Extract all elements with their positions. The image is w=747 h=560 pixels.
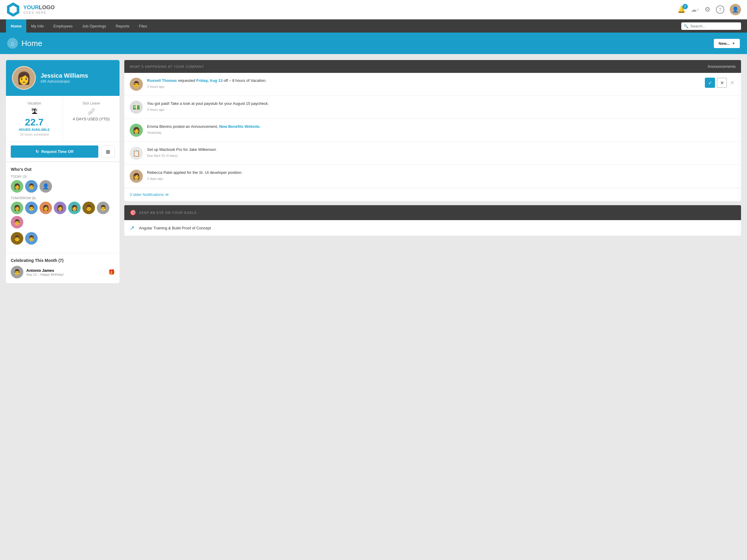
search-input[interactable] xyxy=(681,22,741,30)
goal-item-1: ↗ Angular Training & Build Proof of Conc… xyxy=(124,220,741,236)
logo-text: YOURLOGO GOES HERE xyxy=(23,4,55,15)
celebrating-section: Celebrating This Month (7) 👨 Antonio Jam… xyxy=(6,253,120,283)
home-icon: ⌂ xyxy=(7,38,18,49)
nav-reports[interactable]: Reports xyxy=(111,20,134,32)
help-icon: ? xyxy=(716,5,724,14)
page-title-area: ⌂ Home xyxy=(7,38,42,49)
tomorrow-avatar-10[interactable]: 👨 xyxy=(25,232,37,245)
logo-logo: LOGO xyxy=(39,4,55,10)
tomorrow-avatar-8[interactable]: 👨 xyxy=(11,216,23,229)
celebrate-left: 👨 Antonio James Sep 12 – Happy Birthday! xyxy=(11,266,63,278)
announcements-link[interactable]: Announcements xyxy=(707,64,736,69)
search-wrap: 🔍 xyxy=(681,22,741,30)
nav-my-info[interactable]: My Info xyxy=(26,20,49,32)
celebrating-title: Celebrating This Month (7) xyxy=(11,258,115,263)
tomorrow-avatar-3[interactable]: 👩 xyxy=(40,202,52,214)
logo-hex-inner xyxy=(9,5,17,14)
deny-x-icon: ✕ xyxy=(720,80,724,86)
celebrate-gift-icon: 🎁 xyxy=(108,269,115,275)
tomorrow-avatar-1[interactable]: 👩 xyxy=(11,202,23,214)
profile-role: HR Administrator xyxy=(41,79,88,84)
nav-employees[interactable]: Employees xyxy=(49,20,77,32)
vacation-label: Vacation xyxy=(11,101,57,105)
profile-avatar: 👩 xyxy=(12,66,36,90)
notif-avatar-4: 📋 xyxy=(130,146,143,160)
notif-content-3: Emma Blevins posted an Announcement, New… xyxy=(147,124,736,134)
settings-button[interactable]: ⚙ xyxy=(704,6,711,14)
notif-actions-1: ✓ ✕ ✕ xyxy=(705,78,736,88)
goal-arrow-icon: ↗ xyxy=(130,224,135,232)
notif-content-4: Set up Macbook Pro for Jake Wilkenson Du… xyxy=(147,146,736,157)
cloud-button[interactable]: ☁ + xyxy=(691,6,699,13)
whos-out-title: Who's Out xyxy=(11,167,115,172)
tomorrow-avatar-9[interactable]: 👨 xyxy=(11,232,23,245)
request-time-off-button[interactable]: ↻ Request Time Off xyxy=(11,145,98,158)
notif-text-3: Emma Blevins posted an Announcement, New… xyxy=(147,124,736,130)
cloud-icon: ☁ xyxy=(691,6,697,13)
notif-text-2: You got paid! Take a look at yout paystu… xyxy=(147,101,736,107)
nav-job-openings[interactable]: Job Openings xyxy=(77,20,111,32)
notification-item-4: 📋 Set up Macbook Pro for Jake Wilkenson … xyxy=(124,142,741,165)
vacation-icon: 🏝 xyxy=(11,108,57,115)
vacation-col: Vacation 🏝 22.7 HOURS AVAILABLE 16 hours… xyxy=(6,96,63,141)
approve-button-1[interactable]: ✓ xyxy=(705,78,715,88)
celebrate-item: 👨 Antonio James Sep 12 – Happy Birthday!… xyxy=(11,266,115,278)
notif-name-link-1[interactable]: Russell Thomas xyxy=(147,78,177,83)
vacation-scheduled: 16 hours scheduled xyxy=(11,133,57,136)
tomorrow-avatars-row2: 👨 👨 xyxy=(11,232,115,245)
goals-icon: 🎯 xyxy=(130,209,136,216)
new-button[interactable]: New... xyxy=(714,39,740,48)
tomorrow-label: TOMORROW (8) xyxy=(11,196,115,200)
notif-avatar-2: 💵 xyxy=(130,101,143,114)
user-avatar-top[interactable]: 👤 xyxy=(730,4,741,15)
sick-leave-col: Sick Leave 🩹 4 DAYS USED (YTD) xyxy=(63,96,120,141)
profile-avatar-icon: 👩 xyxy=(17,71,31,85)
notif-avatar-3: 👩 xyxy=(130,124,143,137)
notifications-button[interactable]: 🔔 7 xyxy=(677,6,686,14)
goals-header: 🎯 KEEP AN EYE ON YOUR GOALS xyxy=(124,205,741,220)
notif-text-1: Russell Thomas requested Friday, Aug 13 … xyxy=(147,78,701,84)
close-button-1[interactable]: ✕ xyxy=(729,78,736,87)
sick-leave-days: 4 DAYS USED (YTD) xyxy=(69,117,114,121)
notif-avatar-1: 👨 xyxy=(130,78,143,91)
notif-text-4: Set up Macbook Pro for Jake Wilkenson xyxy=(147,146,736,153)
notif-time-3: Yesterday xyxy=(147,131,736,134)
today-avatar-3[interactable]: 👤 xyxy=(40,180,52,193)
celebrate-date: Sep 12 – Happy Birthday! xyxy=(26,273,63,276)
left-bottom-card: Who's Out TODAY (3) 👩 👨 👤 TOMORROW (8) 👩… xyxy=(6,162,120,283)
tomorrow-avatars: 👩 👨 👩 👩 👩 👨 👨 👨 xyxy=(11,202,115,229)
older-notifications-link[interactable]: 3 older Notifications ≫ xyxy=(124,188,741,201)
tomorrow-avatar-5[interactable]: 👩 xyxy=(68,202,81,214)
notifications-header-title: WHAT'S HAPPENING AT YOUR COMPANY xyxy=(130,65,204,69)
cloud-plus-icon: + xyxy=(697,7,699,12)
celebrate-avatar[interactable]: 👨 xyxy=(11,266,23,278)
celebrate-name: Antonio James xyxy=(26,268,63,273)
notif-time-2: 3 hours ago xyxy=(147,108,736,111)
help-button[interactable]: ? xyxy=(716,5,724,14)
logo-tagline: GOES HERE xyxy=(23,11,55,15)
notif-content-5: Rebecca Patel applied for the Sr. UI dev… xyxy=(147,170,736,180)
tomorrow-avatar-4[interactable]: 👩 xyxy=(54,202,66,214)
notification-item-3: 👩 Emma Blevins posted an Announcement, N… xyxy=(124,119,741,142)
today-avatar-1[interactable]: 👩 xyxy=(11,180,23,193)
notification-item-5: 👩 Rebecca Patel applied for the Sr. UI d… xyxy=(124,165,741,188)
today-avatars: 👩 👨 👤 xyxy=(11,180,115,193)
today-avatar-2[interactable]: 👨 xyxy=(25,180,37,193)
goals-header-title: KEEP AN EYE ON YOUR GOALS xyxy=(139,211,197,214)
deny-button-1[interactable]: ✕ xyxy=(717,78,727,88)
profile-card: 👩 Jessica Williams HR Administrator xyxy=(6,60,120,96)
calculator-button[interactable]: ▦ xyxy=(101,145,115,158)
tomorrow-avatar-2[interactable]: 👨 xyxy=(25,202,37,214)
celebrate-info: Antonio James Sep 12 – Happy Birthday! xyxy=(26,268,63,276)
nav-home[interactable]: Home xyxy=(6,20,26,32)
nav-bar: Home My Info Employees Job Openings Repo… xyxy=(0,20,747,32)
notif-content-2: You got paid! Take a look at yout paystu… xyxy=(147,101,736,111)
goals-card: 🎯 KEEP AN EYE ON YOUR GOALS ↗ Angular Tr… xyxy=(124,205,741,236)
tomorrow-avatar-6[interactable]: 👨 xyxy=(82,202,95,214)
tomorrow-avatar-7[interactable]: 👨 xyxy=(97,202,109,214)
page-title: Home xyxy=(22,39,42,48)
sick-leave-icon: 🩹 xyxy=(69,108,114,115)
nav-files[interactable]: Files xyxy=(134,20,152,32)
today-label: TODAY (3) xyxy=(11,175,115,178)
sick-leave-label: Sick Leave xyxy=(69,101,114,105)
